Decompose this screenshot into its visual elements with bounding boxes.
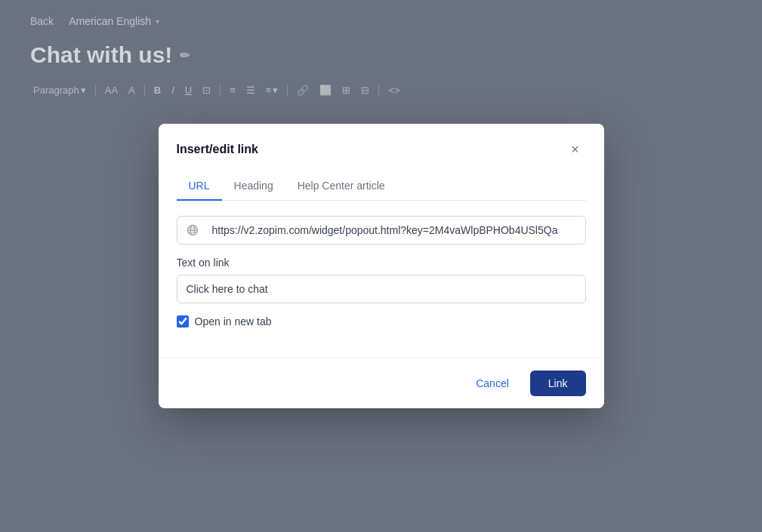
link-button[interactable]: Link — [530, 371, 586, 396]
open-new-tab-row: Open in new tab — [177, 315, 586, 328]
open-new-tab-checkbox[interactable] — [177, 315, 189, 328]
url-input[interactable] — [206, 217, 585, 244]
modal-title: Insert/edit link — [177, 143, 258, 156]
tab-url[interactable]: URL — [177, 172, 222, 201]
globe-icon — [177, 217, 206, 244]
modal-overlay: Insert/edit link × URL Heading Help Cent… — [0, 0, 762, 532]
insert-edit-link-modal: Insert/edit link × URL Heading Help Cent… — [159, 124, 604, 408]
modal-tabs: URL Heading Help Center article — [177, 172, 586, 201]
modal-close-button[interactable]: × — [565, 139, 586, 160]
open-new-tab-label[interactable]: Open in new tab — [195, 315, 272, 328]
tab-heading[interactable]: Heading — [222, 172, 285, 201]
url-input-row — [177, 216, 586, 244]
text-on-link-label: Text on link — [177, 257, 586, 269]
tab-help-center-article[interactable]: Help Center article — [285, 172, 397, 201]
text-on-link-input[interactable] — [177, 275, 586, 303]
modal-footer: Cancel Link — [159, 358, 604, 408]
modal-body: Text on link Open in new tab — [159, 201, 604, 358]
cancel-button[interactable]: Cancel — [464, 371, 521, 395]
modal-header: Insert/edit link × — [159, 124, 604, 160]
